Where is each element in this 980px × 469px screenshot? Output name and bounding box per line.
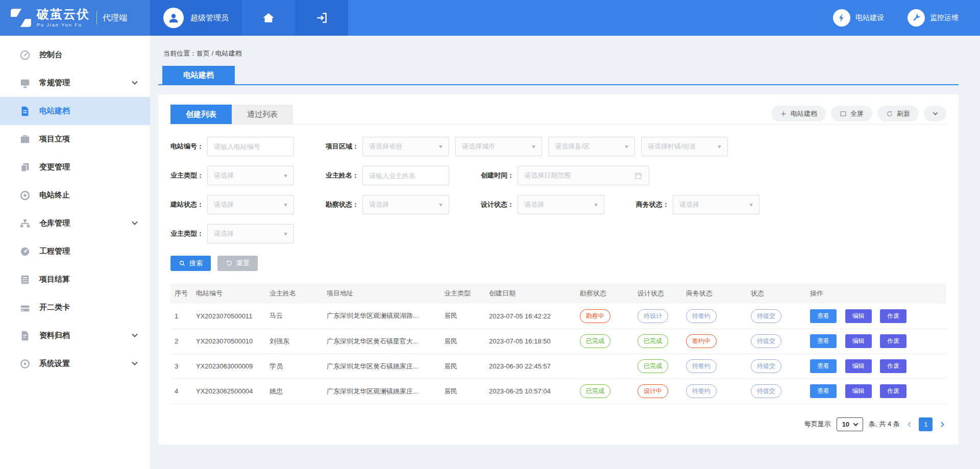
sidebar-item-engineering-management[interactable]: 工程管理 (0, 237, 150, 265)
page-tab-station-filing[interactable]: 电站建档 (162, 66, 235, 84)
sidebar-item-station-filing[interactable]: 电站建档 (0, 97, 150, 125)
create-date: 2023-06-25 10:57:04 (485, 379, 576, 404)
view-button[interactable]: 查看 (810, 334, 837, 348)
row-no: 3 (170, 354, 192, 379)
per-page-select[interactable]: 10 (837, 417, 863, 431)
owner-type-select[interactable]: 请选择▼ (207, 166, 294, 185)
project-address: 广东深圳龙华区观澜镇观湖路... (323, 304, 440, 329)
build-status-select[interactable]: 请选择▼ (207, 195, 294, 214)
edit-button[interactable]: 编辑 (845, 309, 872, 323)
search-button[interactable]: 搜索 (170, 256, 211, 271)
row-no: 1 (170, 304, 192, 329)
next-page-button[interactable]: › (938, 418, 946, 430)
add-station-button[interactable]: 电站建档 (771, 106, 826, 121)
reset-button[interactable]: 重置 (217, 256, 258, 271)
sidebar-item-project-settlement[interactable]: 项目结算 (0, 265, 150, 293)
caret-down-icon: ▼ (749, 203, 753, 207)
sidebar-item-data-archive[interactable]: 资料归档 (0, 322, 150, 350)
status-badge: 待提交 (751, 384, 781, 398)
view-button[interactable]: 查看 (810, 309, 837, 323)
top-header: 破茧云伏 Po Jian Yun Fu 代理端 超级管理员 电 (0, 0, 980, 36)
copy-icon (19, 162, 31, 173)
caret-down-icon: ▼ (284, 203, 287, 207)
wrench-icon (911, 13, 921, 23)
sidebar-item-console[interactable]: 控制台 (0, 41, 150, 69)
sidebar-item-warehouse-management[interactable]: 仓库管理 (0, 209, 150, 237)
tab-passed-list[interactable]: 通过列表 (232, 105, 293, 124)
chevron-down-icon (132, 331, 137, 337)
invalid-button[interactable]: 作废 (880, 359, 906, 373)
sidebar-item-project-initiation[interactable]: 项目立项 (0, 125, 150, 153)
home-button[interactable] (242, 0, 295, 36)
county-select[interactable]: 请选择县/区▼ (548, 137, 635, 156)
collapse-filters-button[interactable] (924, 106, 946, 121)
sidebar-item-change-management[interactable]: 变更管理 (0, 153, 150, 181)
create-date: 2023-07-05 16:42:22 (485, 304, 576, 329)
business-status-badge: 待签约 (686, 309, 717, 323)
user-menu[interactable]: 超级管理员 (150, 0, 242, 36)
city-select[interactable]: 请选择城市▼ (455, 137, 542, 156)
station-code-input[interactable] (207, 137, 294, 156)
brand-divider (96, 11, 97, 24)
table-row: 2 YX2023070500010 刘强东 广东深圳龙华区黄石镇星官大... 居… (170, 329, 946, 354)
view-button[interactable]: 查看 (810, 384, 837, 398)
owner-name: 马云 (265, 304, 323, 329)
reset-icon (226, 260, 233, 267)
project-address: 广东深圳龙华区黄石镇姚家庄... (323, 354, 440, 379)
table-header-row: 序号 电站编号 业主姓名 项目地址 业主类型 创建日期 勘察状态 设计状态 商务… (170, 283, 946, 304)
survey-status-badge: 勘察中 (580, 309, 610, 323)
invalid-button[interactable]: 作废 (880, 334, 906, 348)
sidebar-item-station-termination[interactable]: 电站终止 (0, 181, 150, 209)
owner-name-label: 业主姓名： (326, 171, 362, 180)
portal-label: 代理端 (103, 13, 127, 23)
status-badge: 待提交 (751, 334, 781, 348)
tab-create-list[interactable]: 创建列表 (170, 105, 232, 124)
invalid-button[interactable]: 作废 (880, 309, 906, 323)
logo-icon (10, 8, 32, 28)
invalid-button[interactable]: 作废 (880, 384, 906, 398)
design-status-badge: 已完成 (638, 359, 668, 373)
prev-page-button[interactable]: ‹ (905, 418, 914, 430)
create-date: 2023-06-30 22:45:57 (485, 354, 576, 379)
nav-monitoring[interactable]: 监控运维 (908, 9, 959, 27)
caret-down-icon: ▼ (284, 232, 287, 236)
filter-panel: 电站编号： 项目区域： 请选择省份▼ 请选择城市▼ 请选择县/区▼ 请选择村镇/… (170, 125, 946, 243)
page-number[interactable]: 1 (919, 417, 933, 431)
nav-power-construction[interactable]: 电站建设 (833, 9, 884, 27)
province-select[interactable]: 请选择省份▼ (362, 137, 449, 156)
station-code: YX2023062500004 (192, 379, 265, 404)
owner-name-input[interactable] (362, 166, 449, 185)
gauge-icon (19, 50, 31, 61)
view-button[interactable]: 查看 (810, 359, 837, 373)
date-range-picker[interactable]: 请选择日期范围 (518, 166, 649, 185)
business-status-badge: 待签约 (686, 384, 717, 398)
owner-type: 居民 (440, 354, 485, 379)
breadcrumb-label: 当前位置： (163, 50, 197, 57)
chevron-down-icon (132, 219, 137, 225)
survey-status-select[interactable]: 请选择▼ (362, 195, 449, 214)
edit-button[interactable]: 编辑 (845, 384, 872, 398)
pagination: 每页显示 10 条, 共 4 条 ‹ 1 › (170, 417, 946, 431)
owner-type2-select[interactable]: 请选择▼ (207, 224, 294, 243)
fullscreen-button[interactable]: 全屏 (831, 106, 872, 121)
per-page-label: 每页显示 (804, 419, 831, 429)
content-card: 创建列表 通过列表 电站建档 全屏 刷新 (158, 94, 959, 445)
table-row: 4 YX2023062500004 姚忠 广东深圳龙华区观澜镇姚家庄... 居民… (170, 379, 946, 404)
edit-button[interactable]: 编辑 (845, 334, 872, 348)
sidebar-item-open-type2-card[interactable]: 开二类卡 (0, 293, 150, 322)
design-status-select[interactable]: 请选择▼ (518, 195, 604, 214)
breadcrumb: 当前位置：首页 / 电站建档 (158, 36, 959, 58)
sidebar: 控制台 常规管理 电站建档 项目立项 变更管理 电站终止 仓库管理 (0, 36, 150, 469)
town-select[interactable]: 请选择村镇/街道▼ (641, 137, 728, 156)
edit-button[interactable]: 编辑 (845, 359, 872, 373)
sidebar-item-system-settings[interactable]: 系统设置 (0, 350, 150, 378)
sidebar-item-general-management[interactable]: 常规管理 (0, 69, 150, 97)
business-status-select[interactable]: 请选择▼ (673, 195, 760, 214)
brand-subtitle: Po Jian Yun Fu (37, 22, 90, 28)
settings-icon (19, 358, 31, 369)
logout-button[interactable] (295, 0, 348, 36)
person-icon (167, 12, 180, 24)
calculator-icon (19, 274, 31, 285)
caret-down-icon: ▼ (439, 144, 443, 149)
refresh-button[interactable]: 刷新 (877, 106, 919, 121)
